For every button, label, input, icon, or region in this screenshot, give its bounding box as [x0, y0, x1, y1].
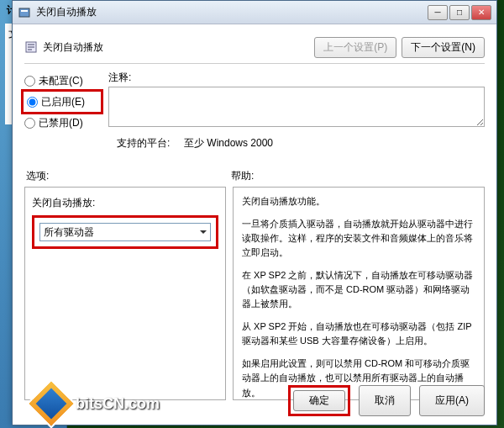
- minimize-button[interactable]: ─: [428, 5, 448, 20]
- drives-dropdown[interactable]: 所有驱动器: [39, 223, 211, 241]
- chevron-down-icon: [200, 230, 207, 234]
- maximize-button[interactable]: □: [449, 5, 470, 20]
- radio-column: 未配置(C) 已启用(E) 已禁用(D): [24, 71, 100, 151]
- radio-enabled-input[interactable]: [27, 97, 38, 108]
- settings-dialog: 关闭自动播放 ─ □ ✕ 关闭自动播放 上一个设置(P) 下一个设置(N) 未配…: [12, 0, 497, 425]
- lower-panels: 关闭自动播放: 所有驱动器 关闭自动播放功能。 一旦将介质插入驱动器，自动播放就…: [24, 187, 485, 400]
- header-row: 关闭自动播放 上一个设置(P) 下一个设置(N): [24, 33, 485, 61]
- titlebar-title: 关闭自动播放: [36, 5, 428, 19]
- radio-enabled-label: 已启用(E): [41, 95, 85, 109]
- comment-column: 注释: 支持的平台: 至少 Windows 2000: [108, 71, 485, 151]
- apply-button[interactable]: 应用(A): [419, 385, 485, 416]
- radio-disabled-input[interactable]: [24, 118, 35, 129]
- radio-unconfigured-label: 未配置(C): [39, 74, 83, 88]
- radio-unconfigured[interactable]: 未配置(C): [24, 71, 100, 91]
- svg-rect-1: [21, 10, 28, 12]
- help-p3: 在 XP SP2 之前，默认情况下，自动播放在可移动驱动器（如软盘驱动器，而不是…: [242, 268, 475, 311]
- highlight-enabled: 已启用(E): [21, 89, 103, 114]
- dialog-icon: [18, 6, 31, 19]
- radio-unconfigured-input[interactable]: [24, 76, 35, 87]
- titlebar: 关闭自动播放 ─ □ ✕: [13, 1, 496, 24]
- header-title: 关闭自动播放: [43, 40, 314, 55]
- options-panel: 关闭自动播放: 所有驱动器: [24, 187, 226, 400]
- watermark-text: bitsCN.com: [76, 395, 160, 413]
- ok-button[interactable]: 确定: [293, 390, 345, 411]
- config-area: 未配置(C) 已启用(E) 已禁用(D) 注释: 支持的平台:: [24, 71, 485, 151]
- help-label: 帮助:: [231, 169, 254, 183]
- highlight-dropdown: 所有驱动器: [32, 215, 218, 249]
- option-group-label: 关闭自动播放:: [32, 196, 218, 210]
- options-label: 选项:: [24, 169, 231, 183]
- cancel-button[interactable]: 取消: [359, 385, 411, 416]
- policy-icon: [24, 40, 38, 54]
- help-panel[interactable]: 关闭自动播放功能。 一旦将介质插入驱动器，自动播放就开始从驱动器中进行读取操作。…: [233, 187, 485, 400]
- svg-rect-0: [19, 8, 29, 17]
- section-labels: 选项: 帮助:: [24, 169, 485, 183]
- radio-disabled[interactable]: 已禁用(D): [24, 113, 100, 133]
- watermark: bitsCN.com: [34, 386, 160, 421]
- help-p4: 从 XP SP2 开始，自动播放也在可移动驱动器（包括 ZIP 驱动器和某些 U…: [242, 320, 475, 348]
- help-p1: 关闭自动播放功能。: [242, 194, 475, 209]
- window-controls: ─ □ ✕: [428, 5, 491, 20]
- help-p2: 一旦将介质插入驱动器，自动播放就开始从驱动器中进行读取操作。这样，程序的安装文件…: [242, 217, 475, 260]
- platform-row: 支持的平台: 至少 Windows 2000: [117, 136, 485, 151]
- dialog-content: 关闭自动播放 上一个设置(P) 下一个设置(N) 未配置(C) 已启用(E): [13, 24, 496, 409]
- close-button[interactable]: ✕: [471, 5, 491, 20]
- prev-setting-button[interactable]: 上一个设置(P): [314, 37, 396, 58]
- next-setting-button[interactable]: 下一个设置(N): [402, 37, 485, 58]
- comment-label: 注释:: [108, 71, 485, 85]
- platform-value: 至少 Windows 2000: [184, 136, 273, 151]
- radio-disabled-label: 已禁用(D): [39, 116, 83, 130]
- nav-buttons: 上一个设置(P) 下一个设置(N): [314, 37, 485, 58]
- dialog-footer: 确定 取消 应用(A): [288, 385, 485, 416]
- radio-enabled[interactable]: 已启用(E): [27, 92, 97, 112]
- comment-textarea[interactable]: [108, 87, 485, 127]
- platform-label: 支持的平台:: [117, 136, 184, 151]
- logo-icon: [26, 378, 76, 428]
- dropdown-value: 所有驱动器: [44, 225, 94, 240]
- divider: [24, 63, 485, 64]
- highlight-ok: 确定: [288, 385, 350, 416]
